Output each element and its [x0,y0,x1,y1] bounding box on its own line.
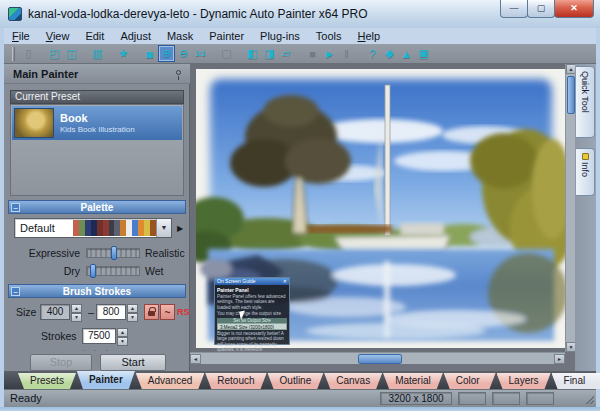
brush-strokes-header-label: Brush Strokes [63,286,131,297]
start-button[interactable]: Start [100,354,166,371]
vertical-scrollbar[interactable]: ▲ ▼ [565,64,575,352]
menu-edit[interactable]: Edit [77,29,112,43]
actual-size-icon[interactable]: 1:1 [192,45,209,62]
tab-canvas[interactable]: Canvas [324,373,382,389]
minimize-button[interactable]: — [500,0,528,18]
zoom-in-icon[interactable]: ⊕ [158,45,175,62]
stop-button: Stop [30,354,92,371]
save-icon[interactable]: ◫ [63,45,80,62]
menu-file[interactable]: File [4,29,38,43]
strokes-label: Strokes [41,329,77,343]
chevron-down-icon[interactable]: ▼ [156,219,171,237]
on-screen-guide[interactable]: On Screen Guide ✕ Painter Panel Painter … [214,277,290,345]
collapse-icon[interactable]: – [11,203,20,212]
guide-close-icon[interactable]: ✕ [283,278,287,285]
output-size-dropdown[interactable]: 3:Mega2 Size (3200x1800) [217,323,287,330]
tab-presets[interactable]: Presets [18,373,76,389]
pin-icon[interactable] [176,70,181,75]
slider-thumb[interactable] [111,246,117,260]
crop-icon[interactable]: ▱ [278,45,295,62]
open-folder-icon[interactable]: ◰ [46,45,63,62]
size-max-field[interactable]: 800 [96,304,126,320]
horizontal-scrollbar[interactable]: ◄ ► [190,352,565,364]
palette-expand-icon[interactable]: ▶ [177,224,183,233]
lock-button[interactable] [144,304,159,320]
update-icon[interactable]: ▲ [398,45,415,62]
range-dash: – [88,305,94,319]
tab-advanced[interactable]: Advanced [136,373,204,389]
tab-final-output[interactable]: Final Output [552,373,600,389]
maximize-button[interactable]: ▢ [527,0,555,18]
slider-label-wet: Wet [145,264,163,278]
close-button[interactable]: ✕ [554,0,594,18]
tab-material[interactable]: Material [383,373,443,389]
dry-wet-slider[interactable] [86,266,140,276]
palette-dropdown[interactable]: Default ▼ [14,218,172,238]
panel-right-icon[interactable]: ◨ [261,45,278,62]
guide-heading: Painter Panel [217,287,287,293]
guide-title: On Screen Guide [217,278,256,285]
scroll-right-icon[interactable]: ► [554,354,565,364]
menu-painter[interactable]: Painter [201,29,252,43]
tab-outline[interactable]: Outline [268,373,324,389]
tab-retouch[interactable]: Retouch [205,373,266,389]
title-bar[interactable]: kanal-voda-lodka-derevya-leto - Dynamic … [0,0,600,28]
expressive-realistic-slider[interactable] [86,248,140,258]
status-text: Ready [10,392,42,404]
favorite-star-icon[interactable]: ★ [115,45,132,62]
slider-thumb[interactable] [90,264,96,278]
palette-section-header[interactable]: – Palette [8,200,186,214]
menu-view[interactable]: View [38,29,78,43]
size-max-stepper[interactable]: ▲▼ [127,304,138,320]
export-image-icon[interactable]: ◙ [141,45,158,62]
horizontal-scroll-thumb[interactable] [358,354,402,364]
tab-color-adjust[interactable]: Color Adjust [444,373,496,389]
vertical-scroll-thumb[interactable] [567,76,575,114]
guide-paragraph: Bigger is not necessarily better! A larg… [217,331,287,352]
tab-painter[interactable]: Painter [77,371,135,389]
rs-label[interactable]: RS [177,307,190,317]
preset-item-selected[interactable]: Book Kids Book Illustration [12,106,182,140]
preset-book-icon[interactable]: ◆ [381,45,398,62]
slider-label-dry: Dry [20,264,80,278]
preset-name: Book [60,112,135,125]
tab-quick-tool[interactable]: Quick Tool [576,66,595,138]
canvas-viewport[interactable]: On Screen Guide ✕ Painter Panel Painter … [190,64,565,352]
tab-layers[interactable]: Layers [497,373,551,389]
duplicate-icon[interactable]: ▥ [89,45,106,62]
menu-mask[interactable]: Mask [159,29,201,43]
status-box [526,392,554,405]
selection-icon: ▢ [218,45,235,62]
image-size-box: 3200 x 1800 [380,392,452,405]
size-min-field[interactable]: 400 [40,304,70,320]
menu-plugins[interactable]: Plug-ins [252,29,308,43]
size-min-stepper[interactable]: ▲▼ [71,304,82,320]
curve-button[interactable]: ~ [160,304,175,320]
slider-label-realistic: Realistic [145,246,185,260]
menu-tools[interactable]: Tools [308,29,350,43]
scroll-left-icon[interactable]: ◄ [190,354,201,364]
strokes-stepper[interactable]: ▲▼ [117,328,128,344]
menu-bar: File View Edit Adjust Mask Painter Plug-… [4,28,596,44]
zoom-out-icon[interactable]: ⊖ [175,45,192,62]
brush-strokes-section-header[interactable]: – Brush Strokes [8,284,186,298]
toolbar-grip [12,47,15,61]
preset-list[interactable]: Book Kids Book Illustration [10,104,184,196]
play-render-icon[interactable]: ► [321,45,338,62]
preset-thumbnail [14,108,54,138]
content-area: Main Painter Current Preset Book Kids Bo… [4,64,596,371]
menu-help[interactable]: Help [350,29,389,43]
window-frame-bottom [0,407,600,411]
menu-adjust[interactable]: Adjust [112,29,159,43]
canvas-area: On Screen Guide ✕ Painter Panel Painter … [190,64,575,371]
strokes-field[interactable]: 7500 [82,328,116,344]
tab-info[interactable]: Info [576,148,595,196]
new-document-icon: ▯ [20,45,37,62]
right-rail: Quick Tool Info [575,64,596,371]
panel-left-icon[interactable]: ◧ [244,45,261,62]
help-icon[interactable]: ? [364,45,381,62]
collapse-icon[interactable]: – [11,287,20,296]
resize-grip[interactable] [586,396,594,404]
status-bar: Ready 3200 x 1800 [4,389,596,407]
fullscreen-icon[interactable]: ▣ [415,45,432,62]
